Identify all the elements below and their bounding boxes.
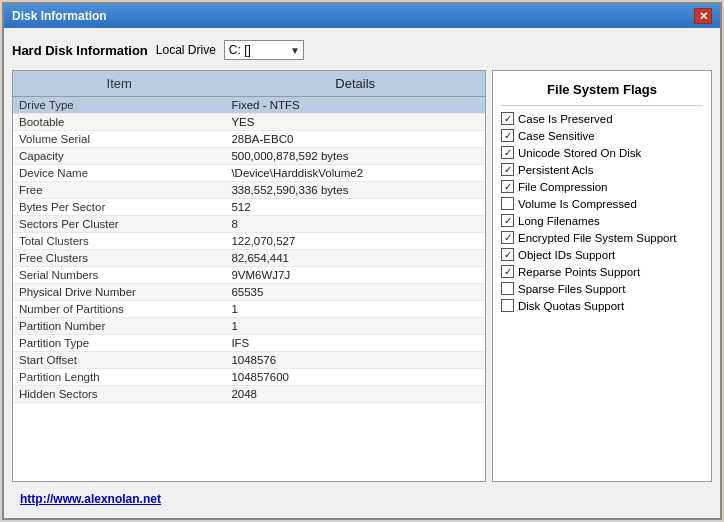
- row-item: Start Offset: [13, 352, 225, 369]
- local-drive-label: Local Drive: [156, 43, 216, 57]
- table-row: Serial Numbers9VM6WJ7J: [13, 267, 485, 284]
- table-row: Partition TypeIFS: [13, 335, 485, 352]
- row-detail: 1: [225, 318, 485, 335]
- table-row: Sectors Per Cluster8: [13, 216, 485, 233]
- flag-label: Volume Is Compressed: [518, 198, 637, 210]
- flag-label: Sparse Files Support: [518, 283, 625, 295]
- flag-item: ✓Case Is Preserved: [501, 110, 703, 127]
- flag-checkbox[interactable]: ✓: [501, 214, 514, 227]
- flag-label: Reparse Points Support: [518, 266, 640, 278]
- flag-label: Case Is Preserved: [518, 113, 613, 125]
- flag-checkbox[interactable]: [501, 197, 514, 210]
- window-title: Disk Information: [12, 9, 107, 23]
- table-row: Physical Drive Number65535: [13, 284, 485, 301]
- title-bar: Disk Information ✕: [4, 4, 720, 28]
- row-item: Bytes Per Sector: [13, 199, 225, 216]
- row-item: Number of Partitions: [13, 301, 225, 318]
- table-row: Capacity500,000,878,592 bytes: [13, 148, 485, 165]
- flag-label: Long Filenames: [518, 215, 600, 227]
- row-item: Sectors Per Cluster: [13, 216, 225, 233]
- flag-checkbox[interactable]: ✓: [501, 129, 514, 142]
- table-row: Partition Number1: [13, 318, 485, 335]
- row-item: Total Clusters: [13, 233, 225, 250]
- flag-checkbox[interactable]: [501, 282, 514, 295]
- row-detail: 512: [225, 199, 485, 216]
- table-row: Drive TypeFixed - NTFS: [13, 97, 485, 114]
- flag-item: Sparse Files Support: [501, 280, 703, 297]
- flag-checkbox[interactable]: ✓: [501, 180, 514, 193]
- website-link[interactable]: http://www.alexnolan.net: [20, 492, 161, 506]
- row-item: Hidden Sectors: [13, 386, 225, 403]
- row-item: Capacity: [13, 148, 225, 165]
- row-item: Partition Type: [13, 335, 225, 352]
- row-detail: 8: [225, 216, 485, 233]
- table-row: Free Clusters82,654,441: [13, 250, 485, 267]
- flag-item: ✓Case Sensitive: [501, 127, 703, 144]
- row-item: Device Name: [13, 165, 225, 182]
- flag-item: ✓Long Filenames: [501, 212, 703, 229]
- row-detail: Fixed - NTFS: [225, 97, 485, 114]
- row-item: Free: [13, 182, 225, 199]
- table-row: Number of Partitions1: [13, 301, 485, 318]
- disk-info-panel: Item Details Drive TypeFixed - NTFSBoota…: [12, 70, 486, 482]
- row-detail: 104857600: [225, 369, 485, 386]
- flag-item: ✓Object IDs Support: [501, 246, 703, 263]
- flag-label: Object IDs Support: [518, 249, 615, 261]
- drive-select[interactable]: C: []D: []E: []: [224, 40, 304, 60]
- flag-item: ✓Persistent Acls: [501, 161, 703, 178]
- table-row: Hidden Sectors2048: [13, 386, 485, 403]
- content-area: Hard Disk Information Local Drive C: []D…: [4, 28, 720, 518]
- flag-checkbox[interactable]: ✓: [501, 112, 514, 125]
- info-table: Item Details Drive TypeFixed - NTFSBoota…: [13, 71, 485, 403]
- flag-checkbox[interactable]: ✓: [501, 146, 514, 159]
- flag-checkbox[interactable]: ✓: [501, 231, 514, 244]
- row-detail: \Device\HarddiskVolume2: [225, 165, 485, 182]
- toolbar: Hard Disk Information Local Drive C: []D…: [12, 36, 712, 64]
- main-window: Disk Information ✕ Hard Disk Information…: [2, 2, 722, 520]
- row-detail: 1: [225, 301, 485, 318]
- table-row: Volume Serial28BA-EBC0: [13, 131, 485, 148]
- flag-label: Encrypted File System Support: [518, 232, 677, 244]
- footer: http://www.alexnolan.net: [12, 488, 712, 510]
- flag-label: File Compression: [518, 181, 607, 193]
- row-item: Physical Drive Number: [13, 284, 225, 301]
- flag-item: Disk Quotas Support: [501, 297, 703, 314]
- row-item: Free Clusters: [13, 250, 225, 267]
- close-button[interactable]: ✕: [694, 8, 712, 24]
- flag-item: ✓File Compression: [501, 178, 703, 195]
- flag-label: Unicode Stored On Disk: [518, 147, 641, 159]
- table-row: BootableYES: [13, 114, 485, 131]
- row-detail: 82,654,441: [225, 250, 485, 267]
- flag-label: Disk Quotas Support: [518, 300, 624, 312]
- flag-label: Persistent Acls: [518, 164, 593, 176]
- row-detail: 2048: [225, 386, 485, 403]
- flags-list: ✓Case Is Preserved✓Case Sensitive✓Unicod…: [501, 110, 703, 314]
- main-area: Item Details Drive TypeFixed - NTFSBoota…: [12, 70, 712, 482]
- row-item: Drive Type: [13, 97, 225, 114]
- flag-checkbox[interactable]: ✓: [501, 265, 514, 278]
- row-detail: 338,552,590,336 bytes: [225, 182, 485, 199]
- row-detail: 122,070,527: [225, 233, 485, 250]
- flag-item: Volume Is Compressed: [501, 195, 703, 212]
- flags-panel: File System Flags ✓Case Is Preserved✓Cas…: [492, 70, 712, 482]
- row-detail: 1048576: [225, 352, 485, 369]
- row-detail: 65535: [225, 284, 485, 301]
- flag-checkbox[interactable]: ✓: [501, 163, 514, 176]
- drive-select-wrapper[interactable]: C: []D: []E: [] ▼: [224, 40, 304, 60]
- row-item: Volume Serial: [13, 131, 225, 148]
- table-row: Start Offset1048576: [13, 352, 485, 369]
- row-detail: 500,000,878,592 bytes: [225, 148, 485, 165]
- col-details-header: Details: [225, 71, 485, 97]
- table-row: Bytes Per Sector512: [13, 199, 485, 216]
- row-item: Bootable: [13, 114, 225, 131]
- table-row: Free338,552,590,336 bytes: [13, 182, 485, 199]
- flag-checkbox[interactable]: [501, 299, 514, 312]
- flags-title: File System Flags: [501, 77, 703, 106]
- flag-label: Case Sensitive: [518, 130, 595, 142]
- flag-item: ✓Reparse Points Support: [501, 263, 703, 280]
- row-detail: IFS: [225, 335, 485, 352]
- flag-item: ✓Unicode Stored On Disk: [501, 144, 703, 161]
- row-detail: 9VM6WJ7J: [225, 267, 485, 284]
- flag-checkbox[interactable]: ✓: [501, 248, 514, 261]
- row-item: Partition Number: [13, 318, 225, 335]
